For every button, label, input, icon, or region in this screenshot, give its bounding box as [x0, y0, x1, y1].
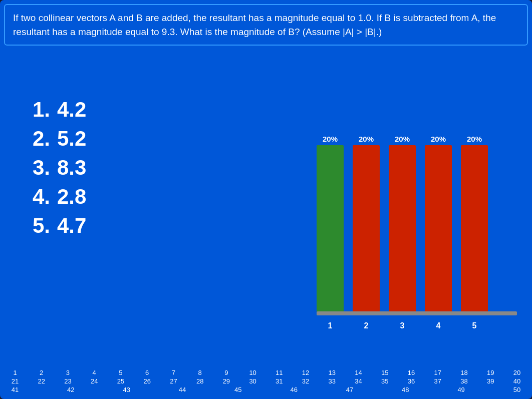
number-cell[interactable]: 44: [172, 386, 192, 393]
number-cell[interactable]: 22: [32, 377, 52, 385]
chart-x-label: 1: [317, 321, 344, 330]
answer-number: 3.: [30, 156, 50, 180]
answer-item[interactable]: 5.4.7: [30, 214, 86, 238]
number-cell[interactable]: 48: [395, 386, 415, 393]
number-cell[interactable]: 28: [190, 377, 210, 385]
chart-x-label: 2: [353, 321, 380, 330]
number-cell[interactable]: 39: [480, 377, 500, 385]
question-box: If two collinear vectors A and B are add…: [4, 4, 528, 46]
number-cell[interactable]: 2: [32, 369, 52, 376]
chart-area: 20%20%20%20%20% 12345: [307, 95, 517, 340]
number-cell[interactable]: 6: [137, 369, 157, 376]
number-cell[interactable]: 14: [349, 369, 369, 376]
number-cell[interactable]: 20: [507, 369, 527, 376]
number-cell[interactable]: 33: [322, 377, 342, 385]
bar-group: 20%: [317, 135, 344, 315]
answer-value: 4.2: [57, 98, 86, 122]
number-cell[interactable]: 17: [428, 369, 448, 376]
number-cell[interactable]: 23: [58, 377, 78, 385]
number-cell[interactable]: 12: [296, 369, 316, 376]
bar-rect: [317, 145, 344, 315]
number-cell[interactable]: 7: [163, 369, 183, 376]
number-cell[interactable]: 13: [322, 369, 342, 376]
answer-value: 5.2: [57, 127, 86, 151]
number-cell[interactable]: 32: [296, 377, 316, 385]
chart-x-label: 4: [425, 321, 452, 330]
chart-bars: 20%20%20%20%20%: [317, 120, 517, 315]
number-cell[interactable]: 3: [58, 369, 78, 376]
bar-percent-label: 20%: [359, 135, 374, 143]
answer-item[interactable]: 1.4.2: [30, 98, 86, 122]
bar-percent-label: 20%: [467, 135, 482, 143]
number-row: 1234567891011121314151617181920: [5, 369, 527, 376]
number-cell[interactable]: 24: [84, 377, 104, 385]
answer-item[interactable]: 2.5.2: [30, 127, 86, 151]
number-cell[interactable]: 9: [216, 369, 236, 376]
chart-x-label: 5: [461, 321, 488, 330]
number-cell[interactable]: 46: [284, 386, 304, 393]
number-row: 41424344454647484950: [5, 386, 527, 393]
bar-rect: [353, 145, 380, 315]
number-cell[interactable]: 47: [340, 386, 360, 393]
number-row: 2122232425262728293031323334353637383940: [5, 377, 527, 385]
number-cell[interactable]: 40: [507, 377, 527, 385]
number-cell[interactable]: 37: [428, 377, 448, 385]
number-cell[interactable]: 49: [451, 386, 471, 393]
answer-number: 2.: [30, 127, 50, 151]
bar-rect: [389, 145, 416, 315]
answer-value: 8.3: [57, 156, 86, 180]
answers-list: 1.4.22.5.23.8.34.2.85.4.7: [30, 98, 86, 243]
number-grid: 1234567891011121314151617181920212223242…: [0, 367, 532, 396]
answer-number: 5.: [30, 214, 50, 238]
number-cell[interactable]: 50: [507, 386, 527, 393]
bar-rect: [461, 145, 488, 315]
number-cell[interactable]: 42: [61, 386, 81, 393]
chart-x-label: 3: [389, 321, 416, 330]
number-cell[interactable]: 5: [111, 369, 131, 376]
number-cell[interactable]: 30: [243, 377, 263, 385]
bar-group: 20%: [353, 135, 380, 315]
number-cell[interactable]: 18: [454, 369, 474, 376]
number-cell[interactable]: 41: [5, 386, 25, 393]
number-cell[interactable]: 21: [5, 377, 25, 385]
answer-item[interactable]: 4.2.8: [30, 185, 86, 209]
main-container: If two collinear vectors A and B are add…: [0, 0, 532, 399]
number-cell[interactable]: 19: [480, 369, 500, 376]
bar-percent-label: 20%: [323, 135, 338, 143]
number-cell[interactable]: 16: [401, 369, 421, 376]
number-cell[interactable]: 8: [190, 369, 210, 376]
number-cell[interactable]: 4: [84, 369, 104, 376]
answer-item[interactable]: 3.8.3: [30, 156, 86, 180]
answer-number: 1.: [30, 98, 50, 122]
number-cell[interactable]: 45: [228, 386, 248, 393]
number-cell[interactable]: 26: [137, 377, 157, 385]
question-text: If two collinear vectors A and B are add…: [13, 13, 496, 37]
number-cell[interactable]: 15: [375, 369, 395, 376]
bar-group: 20%: [461, 135, 488, 315]
answer-value: 2.8: [57, 185, 86, 209]
number-cell[interactable]: 35: [375, 377, 395, 385]
answer-number: 4.: [30, 185, 50, 209]
number-cell[interactable]: 11: [269, 369, 289, 376]
number-cell[interactable]: 25: [111, 377, 131, 385]
bar-percent-label: 20%: [395, 135, 410, 143]
number-cell[interactable]: 31: [269, 377, 289, 385]
answer-value: 4.7: [57, 214, 86, 238]
bar-group: 20%: [389, 135, 416, 315]
number-cell[interactable]: 27: [163, 377, 183, 385]
number-cell[interactable]: 38: [454, 377, 474, 385]
bar-percent-label: 20%: [431, 135, 446, 143]
bar-group: 20%: [425, 135, 452, 315]
bar-rect: [425, 145, 452, 315]
number-cell[interactable]: 29: [216, 377, 236, 385]
number-cell[interactable]: 1: [5, 369, 25, 376]
number-cell[interactable]: 43: [117, 386, 137, 393]
number-cell[interactable]: 10: [243, 369, 263, 376]
chart-x-labels: 12345: [317, 321, 517, 330]
chart-ground: [317, 311, 517, 315]
number-cell[interactable]: 34: [349, 377, 369, 385]
number-cell[interactable]: 36: [401, 377, 421, 385]
